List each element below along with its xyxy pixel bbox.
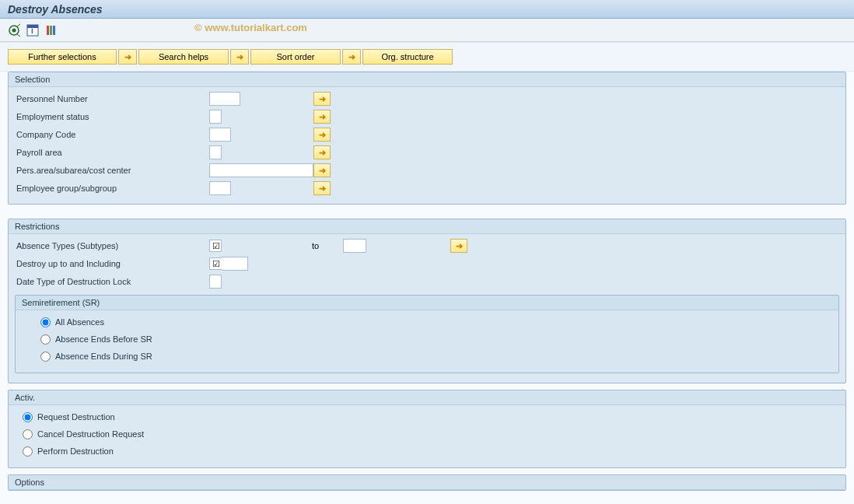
svg-text:i: i (31, 26, 33, 35)
pers-area-multi-button[interactable]: ➜ (313, 163, 331, 177)
page-title: Destroy Absences (8, 3, 846, 16)
svg-line-3 (17, 34, 20, 37)
personnel-number-multi-button[interactable]: ➜ (313, 92, 331, 106)
search-helps-arrow-button[interactable]: ➜ (118, 49, 137, 65)
to-label: to (312, 241, 343, 250)
options-group-title: Options (9, 475, 845, 490)
pers-area-label: Pers.area/subarea/cost center (15, 166, 209, 175)
further-selections-button[interactable]: Further selections (8, 49, 117, 65)
destroy-upto-label: Destroy up to and Including (15, 259, 209, 268)
toolbar: i © www.tutorialkart.com (0, 19, 854, 42)
restrictions-group: Restrictions Absence Types (Subtypes) ☑ … (8, 219, 846, 383)
destroy-upto-checkbox[interactable]: ☑ (209, 257, 222, 270)
arrow-right-icon: ➜ (319, 130, 326, 140)
execute-icon[interactable] (8, 24, 22, 37)
personnel-number-input[interactable] (209, 92, 240, 106)
absence-types-label: Absence Types (Subtypes) (15, 241, 209, 250)
employment-status-label: Employment status (15, 112, 209, 121)
svg-point-1 (12, 28, 16, 32)
activ-group: Activ. Request Destruction Cancel Destru… (8, 390, 846, 468)
arrow-right-icon: ➜ (236, 52, 243, 62)
svg-rect-9 (53, 26, 55, 35)
watermark-text: © www.tutorialkart.com (194, 22, 307, 33)
svg-line-2 (17, 24, 20, 26)
arrow-right-icon: ➜ (319, 148, 326, 158)
arrow-right-icon: ➜ (124, 52, 131, 62)
destroy-upto-input[interactable] (222, 257, 248, 271)
absence-types-multi-button[interactable]: ➜ (450, 239, 467, 253)
semiretirement-group: Semiretirement (SR) All Absences Absence… (15, 295, 839, 373)
employee-group-multi-button[interactable]: ➜ (313, 181, 331, 195)
sr-during-label: Absence Ends During SR (55, 352, 152, 361)
selection-group: Selection Personnel Number ➜ Employment … (8, 72, 846, 205)
search-helps-button[interactable]: Search helps (138, 49, 229, 65)
sr-all-label: All Absences (55, 317, 104, 327)
activ-cancel-label: Cancel Destruction Request (37, 429, 144, 439)
sort-order-arrow-button[interactable]: ➜ (230, 49, 249, 65)
payroll-area-input[interactable] (209, 145, 222, 159)
action-buttons-row: Further selections ➜ Search helps ➜ Sort… (0, 43, 854, 72)
company-code-input[interactable] (209, 128, 231, 142)
arrow-right-icon: ➜ (348, 52, 355, 62)
employee-group-input[interactable] (209, 181, 231, 195)
arrow-right-icon: ➜ (319, 184, 326, 194)
bars-icon[interactable] (45, 24, 59, 37)
activ-perform-label: Perform Destruction (37, 446, 114, 456)
employment-status-multi-button[interactable]: ➜ (313, 110, 331, 124)
company-code-multi-button[interactable]: ➜ (313, 128, 331, 142)
options-group: Options (8, 474, 846, 491)
pers-area-input[interactable] (209, 163, 313, 177)
org-structure-button[interactable]: Org. structure (362, 49, 453, 65)
sr-during-radio[interactable] (40, 352, 51, 362)
activ-request-radio[interactable] (23, 412, 33, 422)
selection-group-title: Selection (9, 72, 845, 87)
activ-request-label: Request Destruction (37, 412, 115, 422)
absence-types-checkbox[interactable]: ☑ (209, 240, 222, 252)
arrow-right-icon: ➜ (319, 166, 326, 176)
arrow-right-icon: ➜ (319, 112, 326, 122)
content-area: Further selections ➜ Search helps ➜ Sort… (0, 42, 854, 504)
semiretirement-group-title: Semiretirement (SR) (16, 296, 838, 310)
arrow-right-icon: ➜ (319, 94, 326, 104)
employee-group-label: Employee group/subgroup (15, 184, 209, 193)
info-icon[interactable]: i (26, 24, 40, 37)
org-structure-arrow-button[interactable]: ➜ (342, 49, 361, 65)
personnel-number-label: Personnel Number (15, 94, 209, 103)
date-type-lock-input[interactable] (209, 275, 222, 289)
absence-types-to-input[interactable] (343, 239, 366, 253)
sr-all-radio[interactable] (40, 317, 51, 327)
employment-status-input[interactable] (209, 110, 222, 124)
activ-group-title: Activ. (9, 390, 845, 405)
company-code-label: Company Code (15, 130, 209, 139)
sr-before-label: Absence Ends Before SR (55, 334, 152, 344)
restrictions-group-title: Restrictions (9, 219, 845, 234)
svg-rect-7 (47, 26, 49, 35)
payroll-area-multi-button[interactable]: ➜ (313, 145, 331, 159)
sort-order-button[interactable]: Sort order (250, 49, 341, 65)
activ-cancel-radio[interactable] (23, 429, 33, 439)
activ-perform-radio[interactable] (23, 446, 33, 457)
date-type-lock-label: Date Type of Destruction Lock (15, 277, 209, 286)
sr-before-radio[interactable] (40, 334, 51, 345)
arrow-right-icon: ➜ (456, 241, 463, 251)
payroll-area-label: Payroll area (15, 148, 209, 157)
title-bar: Destroy Absences (0, 0, 854, 19)
svg-rect-8 (50, 26, 52, 35)
